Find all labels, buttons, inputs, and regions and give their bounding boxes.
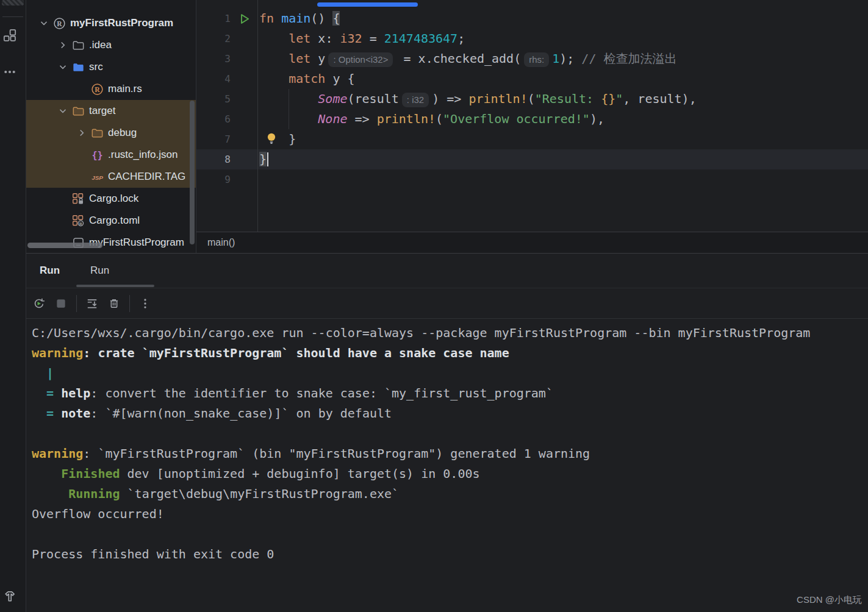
text-segment-plain: Process finished with exit code 0 [32, 547, 274, 561]
text-segment-kw: let [289, 31, 318, 46]
clear-all-button[interactable] [107, 297, 121, 310]
intention-bulb-icon[interactable] [265, 132, 278, 145]
tree-item-label: debug [108, 127, 137, 139]
project-tree[interactable]: RmyFirstRustProgram.ideasrcRmain.rstarge… [26, 0, 196, 253]
text-segment-plain: = x.checked_add( [396, 51, 521, 66]
folder-icon [70, 38, 86, 52]
text-segment-brace: { [332, 11, 340, 26]
line-number: 3 [196, 49, 232, 69]
gutter-spacer [232, 169, 257, 190]
chevron-spacer [74, 83, 89, 95]
editor-lines: 1fn main() {2 let x: i32 = 2147483647;3 … [196, 9, 868, 190]
code-text: let x: i32 = 2147483647; [257, 29, 465, 49]
tree-item-label: target [89, 105, 115, 117]
text-segment-plain: ); [559, 51, 581, 66]
chevron-down-icon[interactable] [56, 61, 70, 73]
text-segment-comment: // 检查加法溢出 [581, 51, 676, 66]
text-segment-fmt: {} [601, 91, 615, 106]
text-segment-plain: y { [332, 71, 354, 86]
text-segment-plain: => [348, 112, 377, 126]
code-line-5: 5 Some(result: i32) => println!("Result:… [196, 89, 868, 109]
tree-item-main-rs[interactable]: Rmain.rs [26, 78, 196, 100]
text-segment-kw: match [289, 71, 332, 86]
tree-item-label: src [89, 61, 103, 73]
console-line [32, 424, 868, 444]
line-number: 2 [196, 29, 232, 49]
code-editor[interactable]: 1fn main() {2 let x: i32 = 2147483647;3 … [196, 0, 868, 232]
breadcrumb-main[interactable]: main() [207, 237, 235, 248]
progress-bar [317, 2, 418, 7]
text-segment-plain [32, 466, 61, 481]
v-scrollbar-thumb[interactable] [190, 101, 195, 244]
console-line: Running `target\debug\myFirstRustProgram… [32, 484, 868, 504]
tree-item-label: myFirstRustProgram [89, 237, 184, 249]
run-tab[interactable]: R Run [85, 254, 115, 287]
code-text: fn main() { [257, 9, 340, 29]
text-segment-green: Finished [61, 466, 120, 481]
text-segment-str: "Overflow occurred!" [443, 112, 590, 126]
chevron-down-icon[interactable] [56, 105, 70, 117]
code-text: } [257, 149, 268, 169]
tree-item-cachedir-tag[interactable]: JSPCACHEDIR.TAG [26, 166, 196, 188]
console-line: Finished dev [unoptimized + debuginfo] t… [32, 464, 868, 484]
line-number: 8 [196, 149, 232, 169]
tree-item-cargo-toml[interactable]: RCargo.toml [26, 210, 196, 232]
line-number: 7 [196, 129, 232, 149]
h-scrollbar-thumb[interactable] [27, 243, 102, 248]
text-segment-plain: dev [unoptimized + debuginfo] target(s) … [120, 466, 480, 481]
text-segment-plain: : convert the identifier to snake case: … [90, 386, 553, 400]
folder-excluded-icon [70, 104, 86, 118]
chevron-down-icon[interactable] [37, 17, 51, 29]
chevron-right-icon[interactable] [56, 39, 70, 51]
text-segment-kw: i32 [340, 31, 362, 46]
chevron-right-icon[interactable] [74, 127, 89, 139]
tree-item--idea[interactable]: .idea [26, 34, 196, 56]
tree-item--rustc-info-json[interactable]: {}.rustc_info.json [26, 144, 196, 166]
text-segment-plain: `target\debug\myFirstRustProgram.exe` [120, 486, 400, 501]
tree-item-debug[interactable]: debug [26, 122, 196, 144]
gutter-spacer [232, 129, 257, 149]
run-toolbar [26, 288, 868, 319]
json-icon: {} [89, 148, 105, 162]
tree-item-src[interactable]: src [26, 56, 196, 78]
more-tools-button[interactable] [2, 64, 18, 80]
text-segment-plain: ( [436, 112, 443, 126]
cargo-lock-icon [70, 192, 86, 205]
rerun-button[interactable] [32, 297, 46, 310]
project-tool-button[interactable] [2, 27, 18, 43]
text-segment-num: 2147483647 [384, 31, 457, 46]
scroll-to-end-button[interactable] [85, 297, 99, 310]
build-tool-button[interactable] [2, 588, 18, 604]
console-line: warning: crate `myFirstRustProgram` shou… [32, 343, 868, 363]
code-line-3: 3 let y: Option<i32> = x.checked_add(rhs… [196, 49, 868, 69]
text-segment-plain: y [318, 51, 325, 66]
text-segment-enum: Some [318, 91, 347, 106]
console-line: Overflow occurred! [32, 504, 868, 524]
text-segment-macro: println! [468, 91, 527, 106]
console-line: C:/Users/wxs/.cargo/bin/cargo.exe run --… [32, 323, 868, 343]
code-line-6: 6 None => println!("Overflow occurred!")… [196, 109, 868, 129]
gutter-spacer [232, 69, 257, 89]
code-line-8: 8} [196, 149, 868, 169]
text-segment-plain: : `myFirstRustProgram` (bin "myFirstRust… [83, 446, 590, 461]
text-segment-plain: , result), [623, 91, 696, 106]
tree-item-target[interactable]: target [26, 100, 196, 122]
folder-src-icon [70, 60, 86, 74]
console-line [32, 524, 868, 544]
chevron-spacer [74, 149, 89, 161]
tree-item-cargo-lock[interactable]: Cargo.lock [26, 188, 196, 210]
console-line: | [32, 363, 868, 383]
run-header: Run R Run [26, 254, 868, 288]
console-output[interactable]: C:/Users/wxs/.cargo/bin/cargo.exe run --… [26, 319, 868, 612]
folder-excluded-icon [89, 126, 105, 140]
gutter-spacer [232, 109, 257, 129]
run-line-icon[interactable] [232, 9, 257, 29]
text-segment-plain [259, 31, 289, 46]
text-segment-cyan: = [46, 406, 54, 421]
text-segment-plain: : `#[warn(non_snake_case)]` on by defaul… [90, 406, 392, 421]
line-number: 9 [196, 169, 232, 190]
stop-button[interactable] [54, 297, 68, 310]
more-options-button[interactable] [138, 297, 152, 310]
tree-item-myfirstrustprogram[interactable]: RmyFirstRustProgram [26, 12, 196, 34]
text-segment-plain: = [362, 31, 384, 46]
